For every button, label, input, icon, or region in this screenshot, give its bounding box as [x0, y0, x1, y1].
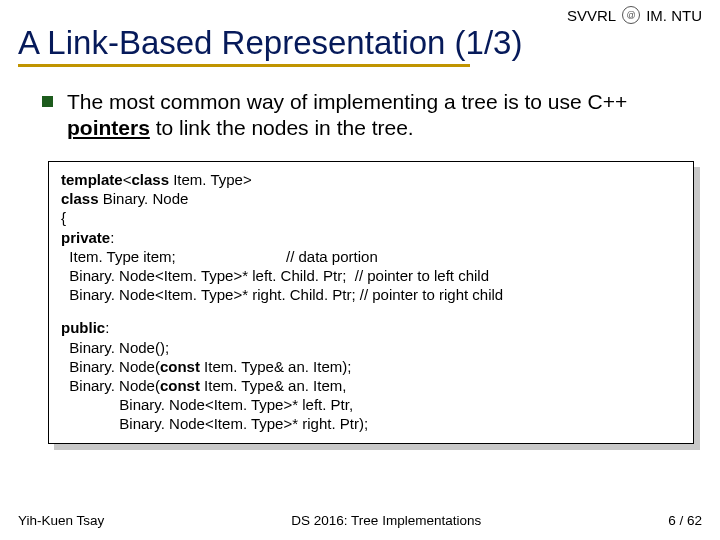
code-line: class Binary. Node	[61, 189, 681, 208]
org-text: IM. NTU	[646, 7, 702, 24]
at-logo-icon: @	[622, 6, 640, 24]
bullet-text: The most common way of implementing a tr…	[67, 89, 702, 142]
footer-author: Yih-Kuen Tsay	[18, 513, 104, 528]
title-underline	[18, 64, 470, 67]
bullet-pre: The most common way of implementing a tr…	[67, 90, 627, 113]
square-bullet-icon	[42, 96, 53, 107]
code-line: Item. Type item;// data portion	[61, 247, 681, 266]
code-line: Binary. Node<Item. Type>* right. Child. …	[61, 285, 681, 304]
code-line: Binary. Node<Item. Type>* left. Ptr,	[61, 395, 681, 414]
sym: :	[110, 229, 114, 246]
code-box: template<class Item. Type> class Binary.…	[48, 161, 694, 444]
bullet-post: to link the nodes in the tree.	[150, 116, 414, 139]
slide: SVVRL @ IM. NTU A Link-Based Representat…	[0, 0, 720, 540]
lab-text: SVVRL	[567, 7, 616, 24]
code-line: Binary. Node(const Item. Type& an. Item,	[61, 376, 681, 395]
footer-course: DS 2016: Tree Implementations	[291, 513, 481, 528]
code-line: public:	[61, 318, 681, 337]
code-line: {	[61, 208, 681, 227]
kw-const: const	[160, 358, 200, 375]
code-gap	[61, 304, 681, 318]
kw-template: template	[61, 171, 123, 188]
sym: :	[105, 319, 109, 336]
slide-title: A Link-Based Representation (1/3)	[18, 24, 702, 62]
code-line: Binary. Node<Item. Type>* left. Child. P…	[61, 266, 681, 285]
slide-body: The most common way of implementing a tr…	[18, 89, 702, 445]
txt: Binary. Node(	[61, 358, 160, 375]
code-content: template<class Item. Type> class Binary.…	[48, 161, 694, 444]
txt: Item. Type& an. Item);	[200, 358, 351, 375]
kw-public: public	[61, 319, 105, 336]
code-line: private:	[61, 228, 681, 247]
code-line: template<class Item. Type>	[61, 170, 681, 189]
footer: Yih-Kuen Tsay DS 2016: Tree Implementati…	[18, 513, 702, 528]
kw-class: class	[61, 190, 99, 207]
txt: Item. Type item;	[61, 247, 286, 266]
txt: Binary. Node(	[61, 377, 160, 394]
txt: Item. Type>	[169, 171, 252, 188]
comment: // data portion	[286, 247, 378, 266]
affiliation: SVVRL @ IM. NTU	[567, 6, 702, 24]
code-line: Binary. Node(const Item. Type& an. Item)…	[61, 357, 681, 376]
code-line: Binary. Node();	[61, 338, 681, 357]
footer-page: 6 / 62	[668, 513, 702, 528]
kw-private: private	[61, 229, 110, 246]
txt: Item. Type& an. Item,	[200, 377, 346, 394]
kw-const: const	[160, 377, 200, 394]
txt: Binary. Node	[99, 190, 189, 207]
bullet-item: The most common way of implementing a tr…	[42, 89, 702, 142]
code-line: Binary. Node<Item. Type>* right. Ptr);	[61, 414, 681, 433]
bullet-bold: pointers	[67, 116, 150, 139]
kw-class: class	[131, 171, 169, 188]
